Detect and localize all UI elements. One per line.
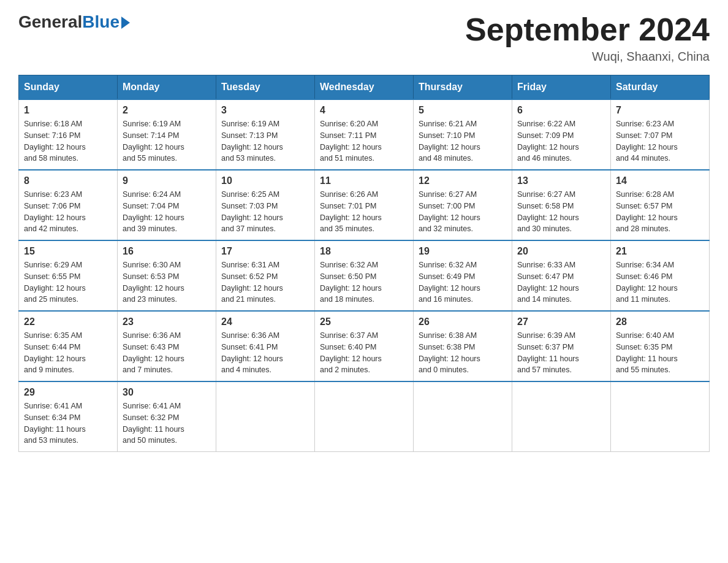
day-number: 13 <box>517 175 605 186</box>
day-number: 23 <box>123 316 211 327</box>
day-info: Sunrise: 6:36 AM Sunset: 6:43 PM Dayligh… <box>123 330 211 376</box>
day-number: 20 <box>517 246 605 257</box>
day-cell: 21Sunrise: 6:34 AM Sunset: 6:46 PM Dayli… <box>611 240 710 311</box>
day-number: 11 <box>320 175 408 186</box>
calendar-table: SundayMondayTuesdayWednesdayThursdayFrid… <box>18 75 710 452</box>
day-cell: 9Sunrise: 6:24 AM Sunset: 7:04 PM Daylig… <box>118 170 216 240</box>
day-info: Sunrise: 6:36 AM Sunset: 6:41 PM Dayligh… <box>221 330 309 376</box>
day-cell: 17Sunrise: 6:31 AM Sunset: 6:52 PM Dayli… <box>216 240 315 311</box>
day-number: 2 <box>123 105 211 116</box>
header-cell-thursday: Thursday <box>414 75 512 100</box>
day-cell: 10Sunrise: 6:25 AM Sunset: 7:03 PM Dayli… <box>216 170 315 240</box>
day-cell: 5Sunrise: 6:21 AM Sunset: 7:10 PM Daylig… <box>414 99 512 170</box>
day-number: 12 <box>419 175 507 186</box>
day-cell: 3Sunrise: 6:19 AM Sunset: 7:13 PM Daylig… <box>216 99 315 170</box>
day-info: Sunrise: 6:23 AM Sunset: 7:07 PM Dayligh… <box>616 118 704 164</box>
day-cell: 14Sunrise: 6:28 AM Sunset: 6:57 PM Dayli… <box>611 170 710 240</box>
logo-blue-text: Blue <box>82 12 119 32</box>
day-number: 3 <box>221 105 309 116</box>
day-number: 24 <box>221 316 309 327</box>
day-info: Sunrise: 6:22 AM Sunset: 7:09 PM Dayligh… <box>517 118 605 164</box>
day-cell <box>611 381 710 452</box>
day-info: Sunrise: 6:23 AM Sunset: 7:06 PM Dayligh… <box>24 189 112 235</box>
calendar-body: 1Sunrise: 6:18 AM Sunset: 7:16 PM Daylig… <box>19 99 710 452</box>
day-info: Sunrise: 6:25 AM Sunset: 7:03 PM Dayligh… <box>221 189 309 235</box>
day-number: 4 <box>320 105 408 116</box>
day-info: Sunrise: 6:18 AM Sunset: 7:16 PM Dayligh… <box>24 118 112 164</box>
day-info: Sunrise: 6:21 AM Sunset: 7:10 PM Dayligh… <box>419 118 507 164</box>
day-number: 22 <box>24 316 112 327</box>
day-number: 16 <box>123 246 211 257</box>
day-number: 5 <box>419 105 507 116</box>
day-cell <box>414 381 512 452</box>
week-row-3: 15Sunrise: 6:29 AM Sunset: 6:55 PM Dayli… <box>19 240 710 311</box>
day-number: 27 <box>517 316 605 327</box>
day-cell: 8Sunrise: 6:23 AM Sunset: 7:06 PM Daylig… <box>19 170 118 240</box>
day-number: 28 <box>616 316 704 327</box>
day-number: 30 <box>123 387 211 398</box>
week-row-2: 8Sunrise: 6:23 AM Sunset: 7:06 PM Daylig… <box>19 170 710 240</box>
month-title: September 2024 <box>465 12 710 47</box>
day-cell: 4Sunrise: 6:20 AM Sunset: 7:11 PM Daylig… <box>315 99 414 170</box>
header-row: SundayMondayTuesdayWednesdayThursdayFrid… <box>19 75 710 100</box>
day-number: 10 <box>221 175 309 186</box>
day-cell: 26Sunrise: 6:38 AM Sunset: 6:38 PM Dayli… <box>414 311 512 381</box>
week-row-1: 1Sunrise: 6:18 AM Sunset: 7:16 PM Daylig… <box>19 99 710 170</box>
day-info: Sunrise: 6:19 AM Sunset: 7:14 PM Dayligh… <box>123 118 211 164</box>
day-cell: 23Sunrise: 6:36 AM Sunset: 6:43 PM Dayli… <box>118 311 216 381</box>
title-section: September 2024 Wuqi, Shaanxi, China <box>465 12 710 64</box>
day-info: Sunrise: 6:24 AM Sunset: 7:04 PM Dayligh… <box>123 189 211 235</box>
header-cell-friday: Friday <box>512 75 611 100</box>
day-cell: 28Sunrise: 6:40 AM Sunset: 6:35 PM Dayli… <box>611 311 710 381</box>
day-cell: 25Sunrise: 6:37 AM Sunset: 6:40 PM Dayli… <box>315 311 414 381</box>
day-info: Sunrise: 6:34 AM Sunset: 6:46 PM Dayligh… <box>616 259 704 305</box>
day-info: Sunrise: 6:40 AM Sunset: 6:35 PM Dayligh… <box>616 330 704 376</box>
day-cell: 20Sunrise: 6:33 AM Sunset: 6:47 PM Dayli… <box>512 240 611 311</box>
day-number: 6 <box>517 105 605 116</box>
day-cell: 12Sunrise: 6:27 AM Sunset: 7:00 PM Dayli… <box>414 170 512 240</box>
day-info: Sunrise: 6:41 AM Sunset: 6:32 PM Dayligh… <box>123 400 211 446</box>
header-cell-sunday: Sunday <box>19 75 118 100</box>
day-number: 8 <box>24 175 112 186</box>
calendar-header: SundayMondayTuesdayWednesdayThursdayFrid… <box>19 75 710 100</box>
day-cell: 24Sunrise: 6:36 AM Sunset: 6:41 PM Dayli… <box>216 311 315 381</box>
day-info: Sunrise: 6:19 AM Sunset: 7:13 PM Dayligh… <box>221 118 309 164</box>
day-number: 1 <box>24 105 112 116</box>
page-header: General Blue September 2024 Wuqi, Shaanx… <box>18 12 710 64</box>
day-cell: 2Sunrise: 6:19 AM Sunset: 7:14 PM Daylig… <box>118 99 216 170</box>
day-number: 29 <box>24 387 112 398</box>
day-number: 14 <box>616 175 704 186</box>
day-number: 21 <box>616 246 704 257</box>
day-info: Sunrise: 6:27 AM Sunset: 6:58 PM Dayligh… <box>517 189 605 235</box>
day-info: Sunrise: 6:37 AM Sunset: 6:40 PM Dayligh… <box>320 330 408 376</box>
day-cell: 13Sunrise: 6:27 AM Sunset: 6:58 PM Dayli… <box>512 170 611 240</box>
header-cell-monday: Monday <box>118 75 216 100</box>
day-cell <box>512 381 611 452</box>
day-info: Sunrise: 6:20 AM Sunset: 7:11 PM Dayligh… <box>320 118 408 164</box>
day-number: 25 <box>320 316 408 327</box>
header-cell-wednesday: Wednesday <box>315 75 414 100</box>
day-cell: 29Sunrise: 6:41 AM Sunset: 6:34 PM Dayli… <box>19 381 118 452</box>
day-cell: 1Sunrise: 6:18 AM Sunset: 7:16 PM Daylig… <box>19 99 118 170</box>
day-number: 7 <box>616 105 704 116</box>
week-row-5: 29Sunrise: 6:41 AM Sunset: 6:34 PM Dayli… <box>19 381 710 452</box>
day-info: Sunrise: 6:30 AM Sunset: 6:53 PM Dayligh… <box>123 259 211 305</box>
day-cell: 16Sunrise: 6:30 AM Sunset: 6:53 PM Dayli… <box>118 240 216 311</box>
logo: General Blue <box>18 12 130 32</box>
day-cell: 22Sunrise: 6:35 AM Sunset: 6:44 PM Dayli… <box>19 311 118 381</box>
logo-blue-part: Blue <box>82 12 130 32</box>
day-info: Sunrise: 6:32 AM Sunset: 6:50 PM Dayligh… <box>320 259 408 305</box>
day-info: Sunrise: 6:39 AM Sunset: 6:37 PM Dayligh… <box>517 330 605 376</box>
day-cell: 30Sunrise: 6:41 AM Sunset: 6:32 PM Dayli… <box>118 381 216 452</box>
day-cell: 27Sunrise: 6:39 AM Sunset: 6:37 PM Dayli… <box>512 311 611 381</box>
day-number: 18 <box>320 246 408 257</box>
day-info: Sunrise: 6:31 AM Sunset: 6:52 PM Dayligh… <box>221 259 309 305</box>
day-number: 26 <box>419 316 507 327</box>
location-subtitle: Wuqi, Shaanxi, China <box>465 50 710 64</box>
day-info: Sunrise: 6:27 AM Sunset: 7:00 PM Dayligh… <box>419 189 507 235</box>
day-cell: 15Sunrise: 6:29 AM Sunset: 6:55 PM Dayli… <box>19 240 118 311</box>
logo-arrow-icon <box>121 17 130 29</box>
day-cell: 6Sunrise: 6:22 AM Sunset: 7:09 PM Daylig… <box>512 99 611 170</box>
day-number: 17 <box>221 246 309 257</box>
day-number: 9 <box>123 175 211 186</box>
